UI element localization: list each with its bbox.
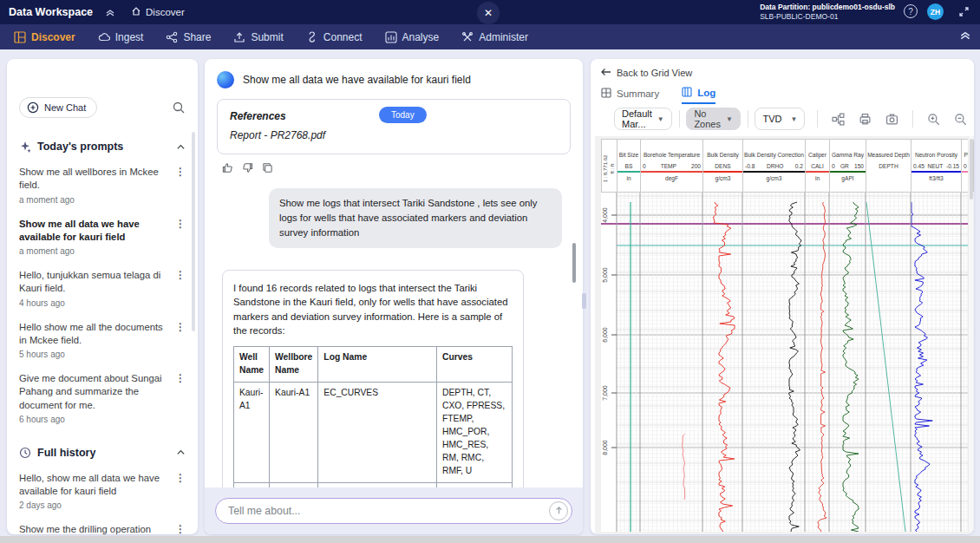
new-chat-button[interactable]: New Chat: [19, 97, 97, 118]
kebab-menu-icon[interactable]: ⋮: [175, 373, 186, 383]
thumbs-up-icon[interactable]: [222, 162, 233, 173]
chat-title: Show me all data we have available for k…: [243, 74, 471, 86]
kebab-menu-icon[interactable]: ⋮: [175, 167, 186, 177]
track-header-neut: Neutron Porosity0.45NEUT-0.15ft3/ft3: [911, 140, 962, 192]
table-header-cell: Log Name: [318, 347, 437, 383]
chevron-down-icon: ▼: [657, 115, 664, 123]
thumbs-down-icon[interactable]: [242, 162, 253, 173]
close-button[interactable]: ✕: [477, 2, 500, 24]
summary-grid-icon: [601, 88, 611, 100]
zones-dropdown[interactable]: No Zones▼: [686, 108, 741, 130]
copy-icon[interactable]: [262, 162, 273, 173]
app-window: Data Workspace Discover ✕ Data Partition…: [0, 0, 980, 543]
table-cell: EC_CURVES: [318, 383, 437, 482]
nav-item-ingest[interactable]: Ingest: [98, 31, 144, 43]
help-icon: ?: [908, 7, 913, 16]
camera-icon[interactable]: [885, 113, 898, 126]
kebab-menu-icon[interactable]: ⋮: [175, 322, 186, 332]
avatar[interactable]: ZH: [927, 3, 944, 20]
chat-history-item[interactable]: Show me all data we have available for k…: [19, 218, 186, 257]
chevron-down-icon: ▼: [791, 115, 798, 123]
svg-text:7,000: 7,000: [602, 385, 608, 401]
reference-link[interactable]: Report - PR2768.pdf: [230, 129, 558, 141]
plus-circle-icon: [27, 101, 39, 114]
data-partition: Data Partition: publicdemo01-osdu-slb SL…: [760, 3, 895, 21]
table-cell: DEPTH, CT, CXO, FPRESS, FTEMP, HMC_POR, …: [436, 383, 512, 482]
nav-item-connect[interactable]: Connect: [306, 31, 363, 43]
section-title: Today's prompts: [37, 141, 123, 153]
new-chat-label: New Chat: [44, 102, 86, 113]
nav-item-discover[interactable]: Discover: [14, 31, 75, 43]
chat-history-item[interactable]: Hello, show me all data we have availabl…: [19, 472, 186, 511]
nav-item-share[interactable]: Share: [166, 31, 211, 43]
tab-summary[interactable]: Summary: [601, 88, 659, 103]
response-intro: I found 16 records related to logs that …: [233, 281, 513, 338]
nav-item-analyse[interactable]: Analyse: [385, 31, 440, 43]
nav-item-submit[interactable]: Submit: [233, 31, 283, 43]
chat-history-item[interactable]: Hello show me all the documents in Mckee…: [19, 321, 186, 360]
chat-history-item[interactable]: Hello, tunjukkan semua telaga di Kauri f…: [19, 269, 186, 308]
depth-mode-dropdown[interactable]: TVD▼: [755, 108, 805, 130]
chat-scrollbar[interactable]: [572, 243, 576, 283]
track-header-temp: Borehole Temperature0TEMP200degF: [641, 140, 703, 192]
table-cell: Kauri-A1: [270, 383, 318, 482]
nav-collapse-icon[interactable]: [959, 29, 971, 44]
tab-log[interactable]: Log: [682, 87, 715, 104]
kebab-menu-icon[interactable]: ⋮: [175, 219, 186, 229]
chat-history-item[interactable]: Give me document about Sungai Pahang and…: [19, 372, 186, 424]
sidebar-scrollbar[interactable]: [192, 132, 195, 331]
references-card: References Report - PR2768.pdf Today: [217, 99, 571, 154]
ingest-cloud-icon: [98, 31, 110, 43]
zoom-out-icon[interactable]: [954, 113, 967, 126]
track-header-cali: CaliperCALIin: [806, 140, 830, 192]
log-plot-area: 1 : 8,771.62ft : ftBit SizeBSinBorehole …: [595, 136, 974, 534]
log-scrollbar-thumb[interactable]: [970, 139, 973, 200]
track-header-drho: Bulk Density Correction-0.8DRHO0.2g/cm3: [743, 140, 806, 192]
breadcrumb-label: Discover: [146, 7, 185, 17]
back-to-grid-link[interactable]: Back to Grid View: [601, 68, 974, 78]
timestamp: 6 hours ago: [19, 415, 170, 424]
marker-set-dropdown[interactable]: Default Mar...▼: [614, 108, 672, 130]
timestamp: 5 hours ago: [19, 350, 170, 359]
kebab-menu-icon[interactable]: ⋮: [175, 473, 186, 483]
log-toolbar: Default Mar...▼ No Zones▼ TVD▼: [591, 104, 974, 134]
svg-text:4,000: 4,000: [602, 207, 608, 223]
chevron-up-icon[interactable]: [176, 142, 186, 152]
clock-icon: [19, 447, 31, 459]
timestamp: a moment ago: [19, 246, 170, 256]
log-tracks-icon: [682, 87, 692, 99]
send-button[interactable]: [549, 501, 568, 520]
chat-input[interactable]: Tell me about...: [215, 498, 572, 524]
panel-scrollbar[interactable]: [582, 293, 586, 309]
track-header-gr: Gamma Ray0GR150gAPI: [830, 140, 866, 192]
svg-text:8,000: 8,000: [602, 440, 608, 455]
kebab-menu-icon[interactable]: ⋮: [175, 524, 186, 534]
chevron-up-icon[interactable]: [176, 448, 186, 457]
chat-history-item[interactable]: Show me all wellbores in Mckee field.a m…: [19, 166, 186, 205]
table-header-cell: Curves: [436, 347, 512, 383]
nav-item-administer[interactable]: Administer: [461, 31, 528, 43]
tracks-icon[interactable]: [832, 113, 845, 126]
back-label: Back to Grid View: [617, 68, 692, 78]
collapse-chevrons-icon[interactable]: [105, 7, 115, 17]
date-badge: Today: [379, 107, 427, 123]
section-header: Full history: [19, 447, 186, 459]
help-button[interactable]: ?: [904, 4, 918, 18]
submit-icon: [233, 31, 245, 43]
breadcrumb-home[interactable]: Discover: [131, 6, 185, 18]
analyse-chart-icon: [385, 31, 397, 43]
sparkle-icon: [19, 141, 31, 153]
section-header: Today's prompts: [19, 141, 186, 153]
printer-icon[interactable]: [859, 113, 872, 126]
search-icon[interactable]: [172, 101, 186, 114]
window-bottom-edge: [0, 536, 980, 543]
kebab-menu-icon[interactable]: ⋮: [175, 270, 186, 280]
chat-input-bar: Tell me about...: [205, 487, 583, 534]
feedback-row: [222, 162, 571, 173]
chat-history-item[interactable]: Show me the drilling operation documents…: [19, 523, 186, 534]
zoom-in-icon[interactable]: [927, 113, 940, 126]
table-row: Kauri-A1Kauri-A1EC_CURVESDEPTH, CT, CXO,…: [234, 383, 513, 482]
chat-panel: Show me all data we have available for k…: [205, 59, 583, 534]
timestamp: 2 days ago: [19, 500, 170, 510]
fullscreen-icon[interactable]: [958, 5, 970, 21]
